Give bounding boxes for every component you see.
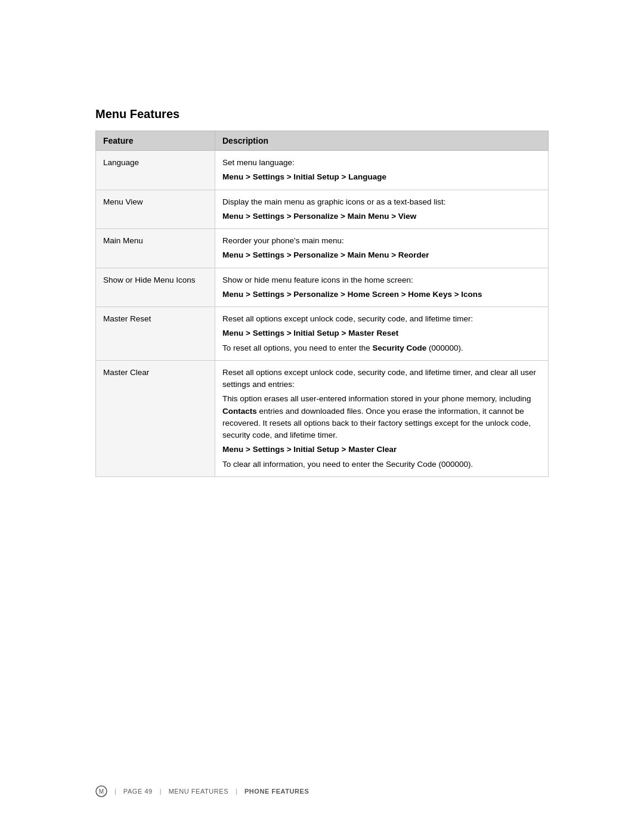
desc-nav-showhide: Menu > Settings > Personalize > Home Scr… [222,290,482,299]
footer: M | PAGE 49 | MENU FEATURES | PHONE FEAT… [95,785,309,797]
desc-plain-masterreset: Reset all options except unlock code, se… [222,313,541,325]
description-mainmenu: Reorder your phone's main menu: Menu > S… [215,229,549,268]
desc-nav-menuview: Menu > Settings > Personalize > Main Men… [222,212,416,221]
table-row: Main Menu Reorder your phone's main menu… [96,229,549,268]
footer-section1: MENU FEATURES [169,788,228,795]
svg-text:M: M [99,788,104,795]
description-masterreset: Reset all options except unlock code, se… [215,307,549,361]
desc-plain-menuview: Display the main menu as graphic icons o… [222,196,541,208]
desc-nav-masterclear: Menu > Settings > Initial Setup > Master… [222,444,541,456]
footer-pipe3: | [236,788,237,795]
footer-pipe1: | [114,788,116,795]
motorola-icon: M [95,785,107,797]
desc-nav-mainmenu: Menu > Settings > Personalize > Main Men… [222,250,429,259]
features-table: Feature Description Language Set menu la… [95,131,549,477]
desc-nav-masterreset: Menu > Settings > Initial Setup > Master… [222,327,541,339]
desc-plain-showhide: Show or hide menu feature icons in the h… [222,274,541,286]
desc-plain-masterclear: Reset all options except unlock code, se… [222,367,541,391]
desc-extra2-masterclear: To clear all information, you need to en… [222,460,473,469]
feature-label-masterreset: Master Reset [96,307,215,361]
table-row: Language Set menu language: Menu > Setti… [96,151,549,190]
footer-page: PAGE 49 [123,788,153,795]
table-row: Menu View Display the main menu as graph… [96,190,549,229]
description-language: Set menu language: Menu > Settings > Ini… [215,151,549,190]
table-row: Show or Hide Menu Icons Show or hide men… [96,268,549,307]
description-showhide: Show or hide menu feature icons in the h… [215,268,549,307]
section-title: Menu Features [95,107,549,121]
table-row: Master Reset Reset all options except un… [96,307,549,361]
desc-nav-language: Menu > Settings > Initial Setup > Langua… [222,172,386,181]
desc-plain-mainmenu: Reorder your phone's main menu: [222,235,541,247]
feature-label-mainmenu: Main Menu [96,229,215,268]
feature-label-language: Language [96,151,215,190]
desc-extra1-masterclear: This option erases all user-entered info… [222,393,541,441]
desc-extra-masterreset: To reset all options, you need to enter … [222,343,463,352]
footer-section2: PHONE FEATURES [244,788,309,795]
footer-pipe2: | [160,788,162,795]
feature-label-menuview: Menu View [96,190,215,229]
col-header-description: Description [215,131,549,151]
col-header-feature: Feature [96,131,215,151]
description-menuview: Display the main menu as graphic icons o… [215,190,549,229]
table-row: Master Clear Reset all options except un… [96,360,549,476]
page-content: Menu Features Feature Description Langua… [0,0,644,537]
desc-plain-language: Set menu language: [222,157,541,169]
feature-label-masterclear: Master Clear [96,360,215,476]
feature-label-showhide: Show or Hide Menu Icons [96,268,215,307]
description-masterclear: Reset all options except unlock code, se… [215,360,549,476]
